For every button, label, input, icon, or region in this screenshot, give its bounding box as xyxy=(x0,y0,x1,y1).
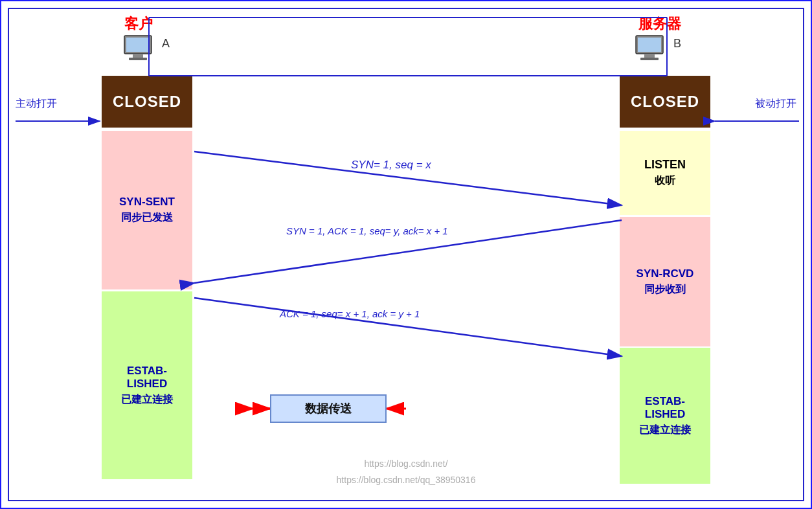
estab-server-title: ESTAB-LISHED xyxy=(626,395,704,421)
svg-rect-7 xyxy=(640,58,659,60)
estab-client-box: ESTAB-LISHED 已建立连接 xyxy=(102,291,192,479)
watermark1: https://blog.csdn.net/ xyxy=(364,458,447,469)
server-computer-icon xyxy=(633,34,671,66)
client-computer-icon xyxy=(121,34,160,66)
svg-rect-5 xyxy=(638,38,661,52)
listen-cn: 收听 xyxy=(655,174,675,188)
estab-server-box: ESTAB-LISHED 已建立连接 xyxy=(620,348,710,484)
svg-rect-6 xyxy=(644,54,655,58)
main-container: 客户 A 服务器 B CLOSED CLOSED 主动打开 被动打开 SYN-S… xyxy=(0,0,812,509)
syn-rcvd-title: SYN-RCVD xyxy=(637,267,694,280)
watermark2: https://blog.csdn.net/qq_38950316 xyxy=(337,475,476,485)
closed-box-client: CLOSED xyxy=(102,76,192,128)
data-transfer-box: 数据传送 xyxy=(270,394,387,423)
closed-box-server: CLOSED xyxy=(620,76,710,128)
active-open-label: 主动打开 xyxy=(16,97,57,111)
estab-server-cn: 已建立连接 xyxy=(639,424,691,437)
listen-title: LISTEN xyxy=(644,158,686,172)
estab-client-cn: 已建立连接 xyxy=(121,393,173,407)
syn-sent-title: SYN-SENT xyxy=(119,196,175,209)
svg-rect-2 xyxy=(133,54,143,58)
syn-sent-box: SYN-SENT 同步已发送 xyxy=(102,131,192,289)
passive-open-label: 被动打开 xyxy=(755,97,796,111)
syn-rcvd-cn: 同步收到 xyxy=(644,283,686,297)
syn-rcvd-box: SYN-RCVD 同步收到 xyxy=(620,217,710,346)
data-transfer-text: 数据传送 xyxy=(305,401,352,416)
svg-rect-3 xyxy=(129,58,147,60)
client-label: 客户 xyxy=(124,14,153,34)
syn-sent-cn: 同步已发送 xyxy=(121,211,173,225)
estab-client-title: ESTAB-LISHED xyxy=(108,365,186,390)
server-b-label: B xyxy=(673,37,681,51)
server-label: 服务器 xyxy=(638,14,681,34)
client-a-label: A xyxy=(162,37,170,51)
svg-rect-1 xyxy=(126,38,150,52)
listen-box: LISTEN 收听 xyxy=(620,131,710,215)
